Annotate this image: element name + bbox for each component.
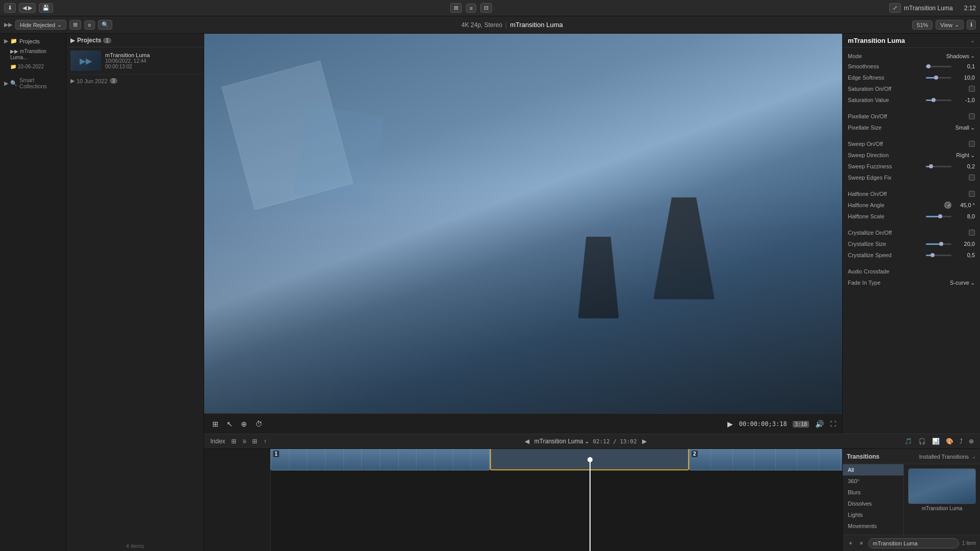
inspector-header: mTransition Luma ⌄ xyxy=(843,34,980,48)
inspector-toggle-button[interactable]: ℹ xyxy=(967,20,976,30)
volume-button[interactable]: 🔊 xyxy=(813,419,826,429)
project-name: mTransition Luma xyxy=(105,52,200,58)
timeline-tracks: 1 xyxy=(271,459,842,551)
timeline-right-tools: 🎵 🎧 📊 🎨 ⤴ ⊕ xyxy=(902,437,976,446)
date-group[interactable]: ▶ 10 Jun 2022 3 xyxy=(66,74,204,87)
sidebar-smart-collections-header[interactable]: ▶ 🔍 Smart Collections xyxy=(0,75,66,91)
halftone-onoff-checkbox[interactable] xyxy=(969,191,975,197)
timeline-options-button[interactable]: ≡ xyxy=(240,437,248,446)
timeline-clip-3[interactable]: 2 xyxy=(689,449,842,470)
arrow-tool-button[interactable]: ↑ xyxy=(261,437,268,446)
share-button[interactable]: ⤴ xyxy=(958,437,965,446)
tool-selector-button[interactable]: ↖ xyxy=(225,419,235,429)
param-row-crystallize-speed: Crystallize Speed 0,5 xyxy=(843,249,980,261)
sidebar-item-date[interactable]: 📁 10-06-2022 xyxy=(0,62,66,71)
trans-category-blurs[interactable]: Blurs xyxy=(843,487,903,498)
library-name: Projects xyxy=(19,38,40,44)
add-to-timeline-button[interactable]: ⊞ xyxy=(210,419,220,429)
param-row-fade-in-type: Fade In Type S-curve ⌄ xyxy=(843,277,980,288)
trans-item-count: 1 item xyxy=(962,540,976,546)
film-strip-view-button[interactable]: ⊞ xyxy=(69,20,81,30)
search-button[interactable]: 🔍 xyxy=(98,20,112,30)
color-board-button[interactable]: 🎨 xyxy=(944,437,955,446)
pixellate-onoff-checkbox[interactable] xyxy=(969,113,975,119)
timeline-main[interactable]: 00:00:00:00 00:00:02:00 00:00:04:00 00:0… xyxy=(271,449,842,551)
video-scope-button[interactable]: 📊 xyxy=(930,437,942,446)
sweep-onoff-label: Sweep On/Off xyxy=(848,141,966,147)
installed-transitions-label: Installed Transitions xyxy=(919,454,969,460)
mode-dropdown[interactable]: Shadows ⌄ xyxy=(946,53,975,59)
mode-label: Mode xyxy=(848,53,943,59)
saturation-value-slider[interactable] xyxy=(926,99,951,101)
metadata-view-button[interactable]: ≡ xyxy=(84,20,94,30)
param-row-smoothness: Smoothness 0,1 xyxy=(843,61,980,72)
crystallize-size-slider[interactable] xyxy=(926,243,951,245)
param-row-sweep-direction: Sweep Direction Right ⌄ xyxy=(843,149,980,161)
sweep-onoff-checkbox[interactable] xyxy=(969,141,975,147)
param-row-crystallize-size: Crystallize Size 20,0 xyxy=(843,238,980,249)
pixellate-size-dropdown[interactable]: Small ⌄ xyxy=(955,124,975,131)
grid-view-button[interactable]: ⊞ xyxy=(450,3,462,13)
inspector-panel: mTransition Luma ⌄ Mode Shadows ⌄ Smoo xyxy=(842,34,980,434)
hide-rejected-button[interactable]: Hide Rejected ⌄ xyxy=(15,20,66,30)
trans-search-input[interactable] xyxy=(868,538,959,548)
back-forward-button[interactable]: ◀ ▶ xyxy=(19,3,36,13)
browser-item-count: 1 xyxy=(103,38,111,43)
project-list-item[interactable]: ▶▶ mTransition Luma 10/06/2022, 12:44 00… xyxy=(66,47,204,74)
play-button[interactable]: ▶ xyxy=(725,419,735,429)
param-row-halftone-scale: Halftone Scale 8,0 xyxy=(843,211,980,222)
timeline-clip-1[interactable]: 1 xyxy=(271,449,490,470)
audio-meter-button[interactable]: 🎵 xyxy=(902,437,914,446)
section-gap-4 xyxy=(843,222,980,227)
trans-remove-button[interactable]: × xyxy=(857,539,865,548)
playhead-head xyxy=(587,457,593,462)
trans-category-lights[interactable]: Lights xyxy=(843,509,903,520)
zoom-tool-button[interactable]: ⊕ xyxy=(239,419,249,429)
trans-card-mtransition-luma[interactable]: mTransition Luma xyxy=(908,468,976,511)
zoom-level-button[interactable]: 51% xyxy=(912,20,933,30)
prev-clip-button[interactable]: ◀ xyxy=(523,437,531,446)
crystallize-speed-slider[interactable] xyxy=(926,255,951,256)
fullscreen-button[interactable]: ⛶ xyxy=(830,420,836,428)
next-clip-button[interactable]: ▶ xyxy=(640,437,649,446)
sweep-edges-fix-checkbox[interactable] xyxy=(969,174,975,181)
import-button[interactable]: ⬇ xyxy=(4,3,16,13)
inspector-content[interactable]: Mode Shadows ⌄ Smoothness xyxy=(843,48,980,434)
index-button[interactable]: Index xyxy=(208,437,227,446)
timeline-area: 00:00:00:00 00:00:02:00 00:00:04:00 00:0… xyxy=(204,449,980,551)
top-timecode: 2:12 xyxy=(964,5,976,12)
list-view-button[interactable]: ≡ xyxy=(466,4,476,13)
smoothness-slider[interactable] xyxy=(926,66,951,67)
edge-softness-slider[interactable] xyxy=(926,77,951,79)
trans-category-360[interactable]: 360° xyxy=(843,475,903,487)
expand-button[interactable]: ⤢ xyxy=(889,3,901,13)
trans-category-movements[interactable]: Movements xyxy=(843,520,903,532)
extensions-button[interactable]: ⊕ xyxy=(967,437,976,446)
headphone-button[interactable]: 🎧 xyxy=(916,437,928,446)
save-button[interactable]: 💾 xyxy=(39,3,53,13)
halftone-angle-value: 45,0 ° xyxy=(954,202,975,208)
sidebar-libraries-header[interactable]: ▶ 📁 Projects xyxy=(0,36,66,46)
sweep-edges-fix-label: Sweep Edges Fix xyxy=(848,174,966,181)
crystallize-onoff-checkbox[interactable] xyxy=(969,230,975,236)
fade-in-type-dropdown[interactable]: S-curve ⌄ xyxy=(950,280,975,286)
param-row-edge-softness: Edge Softness 10,0 xyxy=(843,72,980,83)
trans-category-all[interactable]: All xyxy=(843,464,903,475)
trans-category-dissolves[interactable]: Dissolves xyxy=(843,498,903,509)
sidebar-item-project[interactable]: ▶▶ mTransition Luma... xyxy=(0,46,66,62)
halftone-scale-slider[interactable] xyxy=(926,216,951,217)
view-button[interactable]: View ⌄ xyxy=(936,20,964,30)
sweep-fuzziness-slider[interactable] xyxy=(926,166,951,167)
split-view-button[interactable]: ⊟ xyxy=(480,3,492,13)
clip-appearance-button[interactable]: ⊞ xyxy=(229,437,238,446)
playhead[interactable] xyxy=(590,459,591,551)
project-info: mTransition Luma 10/06/2022, 12:44 00:00… xyxy=(105,52,200,69)
halftone-angle-dial[interactable] xyxy=(944,202,951,209)
project-label: ▶▶ xyxy=(4,21,12,28)
video-container[interactable] xyxy=(204,34,842,413)
transform-button[interactable]: ⊞ xyxy=(250,437,259,446)
trans-add-button[interactable]: + xyxy=(847,539,854,548)
sweep-direction-dropdown[interactable]: Right ⌄ xyxy=(956,152,975,159)
saturation-onoff-checkbox[interactable] xyxy=(969,86,975,92)
speed-button[interactable]: ⏱ xyxy=(253,419,264,429)
